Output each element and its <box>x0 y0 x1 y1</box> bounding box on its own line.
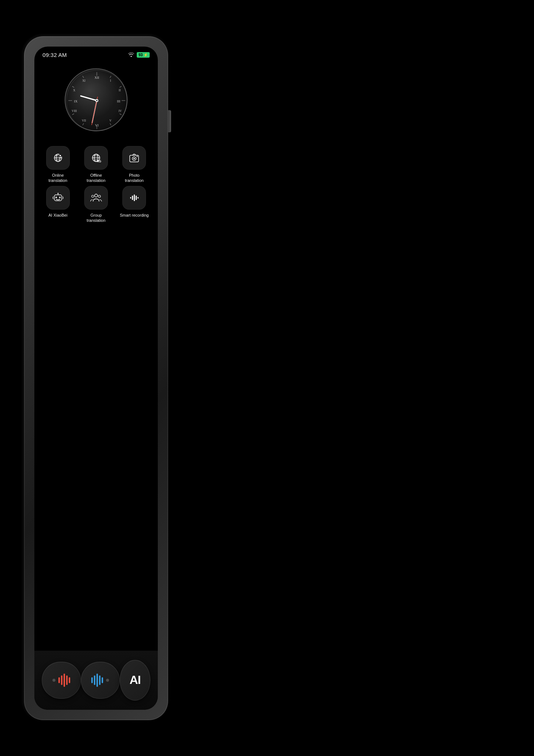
voice-right-button[interactable] <box>81 662 120 699</box>
wifi-icon <box>128 52 135 58</box>
svg-rect-53 <box>132 196 133 200</box>
wave-bars-left <box>58 674 70 687</box>
photo-translation-label: Photo translation <box>119 173 149 183</box>
svg-line-8 <box>83 123 84 125</box>
app-item-ai-xiaobei[interactable]: AI XiaoBei <box>43 186 73 223</box>
svg-line-3 <box>119 86 121 87</box>
svg-point-50 <box>92 195 94 197</box>
svg-line-25 <box>81 96 97 100</box>
right-dot <box>106 679 109 682</box>
bar-9 <box>99 675 101 685</box>
status-bar: 09:32 AM 93 ⚡ <box>34 47 158 61</box>
svg-line-11 <box>72 86 74 87</box>
svg-rect-52 <box>130 197 131 199</box>
svg-point-51 <box>98 195 101 197</box>
app-item-smart-recording[interactable]: Smart recording <box>119 186 149 223</box>
svg-text:4G: 4G <box>97 159 101 163</box>
svg-rect-55 <box>136 196 137 200</box>
analog-clock: XII III VI IX I II IV V VII VIII X XI <box>65 68 127 131</box>
svg-point-46 <box>59 197 61 198</box>
app-row-2: AI XiaoBei <box>40 186 152 223</box>
battery-percent: 93 <box>139 53 143 57</box>
smart-recording-label: Smart recording <box>120 213 149 218</box>
bar-1 <box>58 677 60 683</box>
bottom-buttons: AI <box>34 651 158 710</box>
offline-translation-label: Offline translation <box>81 173 111 183</box>
svg-text:VIII: VIII <box>72 109 77 113</box>
status-icons: 93 ⚡ <box>128 52 150 58</box>
svg-line-5 <box>119 113 121 115</box>
time-display: 09:32 AM <box>42 52 67 58</box>
group-translation-label: Group translation <box>81 213 111 223</box>
clock-face-svg: XII III VI IX I II IV V VII VIII X XI <box>65 69 128 132</box>
bar-2 <box>61 675 62 685</box>
svg-point-49 <box>95 194 98 197</box>
svg-text:V: V <box>109 119 112 122</box>
clock-widget: XII III VI IX I II IV V VII VIII X XI <box>34 61 158 142</box>
app-row-1: Online translation 4G <box>40 146 152 183</box>
app-item-online-translation[interactable]: Online translation <box>43 146 73 183</box>
svg-text:XII: XII <box>95 76 99 79</box>
svg-point-29 <box>96 100 98 101</box>
svg-text:IX: IX <box>74 99 78 103</box>
app-item-group-translation[interactable]: Group translation <box>81 186 111 223</box>
ai-xiaobei-label: AI XiaoBei <box>48 213 67 218</box>
svg-line-2 <box>110 76 111 78</box>
svg-text:X: X <box>73 89 75 92</box>
bar-10 <box>102 677 103 683</box>
bar-5 <box>69 677 70 683</box>
svg-text:VII: VII <box>82 119 86 122</box>
group-translation-icon[interactable] <box>84 186 108 210</box>
svg-text:VI: VI <box>95 123 99 127</box>
svg-text:I: I <box>110 79 111 82</box>
bar-6 <box>91 677 93 683</box>
battery-badge: 93 ⚡ <box>137 52 150 58</box>
device-wrapper: 09:32 AM 93 ⚡ <box>15 27 177 729</box>
svg-text:XI: XI <box>82 79 86 82</box>
app-grid: Online translation 4G <box>34 142 158 674</box>
svg-text:IV: IV <box>119 109 122 113</box>
ai-button[interactable]: AI <box>120 660 150 701</box>
svg-text:III: III <box>117 99 120 103</box>
ai-label: AI <box>130 673 141 687</box>
screen: 09:32 AM 93 ⚡ <box>34 47 158 710</box>
bar-8 <box>96 674 98 687</box>
bar-7 <box>94 675 95 685</box>
photo-translation-icon[interactable] <box>122 146 146 170</box>
svg-line-9 <box>72 113 74 115</box>
app-item-offline-translation[interactable]: 4G Offline translation <box>81 146 111 183</box>
svg-rect-54 <box>134 194 135 201</box>
ai-xiaobei-icon[interactable] <box>46 186 70 210</box>
online-translation-label: Online translation <box>43 173 73 183</box>
bar-4 <box>66 675 68 685</box>
voice-left-button[interactable] <box>42 662 81 699</box>
offline-translation-icon[interactable]: 4G <box>84 146 108 170</box>
wave-bars-right <box>91 674 103 687</box>
svg-point-45 <box>55 197 57 198</box>
bar-3 <box>64 674 65 687</box>
svg-line-6 <box>110 123 111 125</box>
left-dot <box>52 679 55 682</box>
svg-point-48 <box>57 193 58 194</box>
online-translation-icon[interactable] <box>46 146 70 170</box>
smart-recording-icon[interactable] <box>122 186 146 210</box>
svg-point-42 <box>133 158 135 159</box>
device-shell: 09:32 AM 93 ⚡ <box>24 36 168 720</box>
svg-text:II: II <box>119 89 121 92</box>
svg-point-43 <box>137 156 138 157</box>
svg-line-12 <box>83 76 84 78</box>
svg-rect-56 <box>137 197 139 199</box>
battery-charging-icon: ⚡ <box>143 53 148 57</box>
app-item-photo-translation[interactable]: Photo translation <box>119 146 149 183</box>
